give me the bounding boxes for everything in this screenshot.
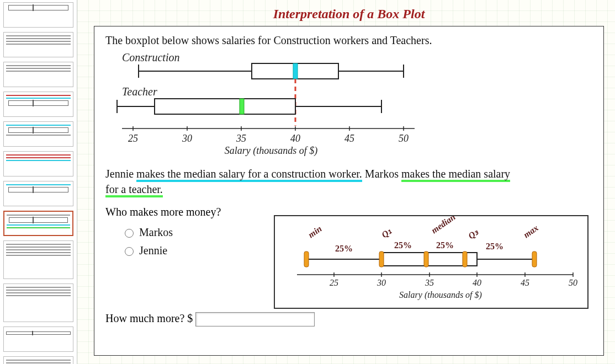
slide-thumbnail-panel[interactable] bbox=[0, 0, 77, 364]
svg-text:25%: 25% bbox=[436, 240, 454, 250]
svg-text:35: 35 bbox=[236, 133, 246, 144]
construction-median-marker bbox=[293, 63, 298, 79]
inset-boxplot-panel: min Q₁ median Q₃ max 25% 25% 25% 25% bbox=[274, 215, 589, 309]
slide-thumb[interactable] bbox=[3, 356, 73, 364]
slide-thumb[interactable] bbox=[3, 151, 73, 176]
slide-thumb[interactable] bbox=[3, 283, 73, 322]
slide-thumb[interactable] bbox=[3, 181, 73, 206]
radio-markos[interactable] bbox=[125, 229, 134, 238]
intro-text: The boxplot below shows salaries for Con… bbox=[105, 34, 592, 47]
page-title: Interpretation of a Box Plot bbox=[94, 7, 604, 22]
svg-text:50: 50 bbox=[569, 278, 577, 287]
main-panel: Interpretation of a Box Plot The boxplot… bbox=[77, 0, 615, 364]
slide-thumb[interactable] bbox=[3, 92, 73, 117]
how-much-row: How much more? $ bbox=[105, 312, 592, 326]
slide-thumb[interactable] bbox=[3, 121, 73, 147]
app-root: Interpretation of a Box Plot The boxplot… bbox=[0, 0, 615, 364]
svg-rect-39 bbox=[532, 251, 537, 267]
boxplot-svg: 25 30 35 40 45 50 Salary (thousands of $… bbox=[105, 51, 426, 156]
svg-rect-36 bbox=[379, 251, 384, 267]
radio-jennie[interactable] bbox=[125, 247, 134, 256]
svg-rect-35 bbox=[304, 251, 309, 267]
svg-text:25%: 25% bbox=[335, 244, 353, 253]
how-much-label: How much more? $ bbox=[105, 312, 193, 324]
svg-text:35: 35 bbox=[425, 278, 434, 287]
svg-text:Q₁: Q₁ bbox=[380, 226, 394, 240]
svg-text:min: min bbox=[306, 224, 324, 240]
svg-text:25: 25 bbox=[330, 278, 338, 287]
slide-thumb[interactable] bbox=[3, 326, 73, 352]
inset-axis-label: Salary (thousands of $) bbox=[399, 290, 482, 300]
svg-rect-7 bbox=[155, 99, 295, 114]
svg-text:50: 50 bbox=[399, 133, 409, 144]
svg-text:40: 40 bbox=[473, 278, 481, 287]
svg-rect-38 bbox=[463, 251, 467, 267]
main-axis-label: Salary (thousands of $) bbox=[225, 145, 318, 156]
slide-thumb-current[interactable] bbox=[3, 211, 73, 236]
svg-text:25%: 25% bbox=[394, 240, 412, 250]
svg-rect-37 bbox=[424, 251, 428, 267]
teacher-median-marker bbox=[240, 99, 244, 114]
slide-thumb[interactable] bbox=[3, 62, 73, 87]
svg-text:45: 45 bbox=[521, 278, 529, 287]
inset-svg: min Q₁ median Q₃ max 25% 25% 25% 25% bbox=[275, 216, 587, 308]
svg-text:40: 40 bbox=[290, 133, 300, 144]
slide-thumb[interactable] bbox=[3, 240, 73, 279]
svg-text:30: 30 bbox=[377, 278, 386, 287]
svg-text:30: 30 bbox=[182, 133, 192, 144]
slide-thumb[interactable] bbox=[3, 32, 73, 57]
svg-text:median: median bbox=[430, 216, 457, 235]
main-boxplot: Construction Teacher bbox=[105, 51, 592, 156]
slide-thumb[interactable] bbox=[3, 2, 73, 28]
scenario-sentence: Jennie makes the median salary for a con… bbox=[105, 166, 592, 197]
svg-text:25%: 25% bbox=[486, 242, 503, 251]
svg-text:Q₃: Q₃ bbox=[466, 227, 481, 240]
svg-text:max: max bbox=[522, 223, 540, 239]
svg-text:45: 45 bbox=[344, 133, 354, 144]
how-much-input[interactable] bbox=[195, 312, 315, 326]
svg-text:25: 25 bbox=[128, 133, 138, 144]
